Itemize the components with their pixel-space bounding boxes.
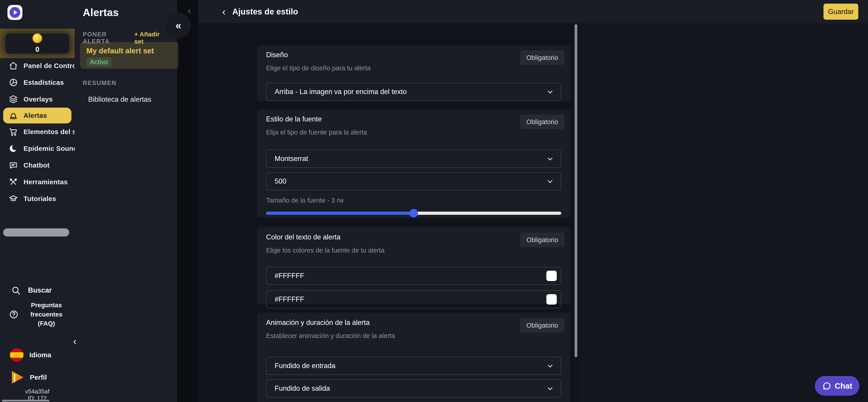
sidebar-item-overlays[interactable]: Overlays <box>0 91 74 107</box>
font-weight-select[interactable]: 500 <box>266 172 561 190</box>
sidebar-scrollbar[interactable] <box>3 228 69 237</box>
sidebar-item-herramientas[interactable]: Herramientas <box>0 174 74 190</box>
alert-set-card[interactable]: My default alert set Activo <box>80 42 179 69</box>
section-title: Diseño <box>266 51 561 59</box>
version-hash: v54a35af <box>0 388 74 395</box>
color-input-1[interactable]: #FFFFFF <box>266 267 561 285</box>
sidebar-item-label: Alertas <box>24 112 47 119</box>
section-description: Elige el tipo de diseño para tu alerta <box>266 64 561 72</box>
sidebar-item-elementos-del-stream[interactable]: Elementos del strea <box>0 123 74 140</box>
topbar-title: Ajustes de estilo <box>232 7 298 17</box>
section-title: Estilo de la fuente <box>266 115 561 123</box>
epidemic-sound-icon <box>8 143 19 154</box>
animation-out-select[interactable]: Fundido de salida <box>266 379 561 398</box>
chatbot-icon <box>8 160 19 171</box>
sidebar-item-label: Herramientas <box>24 178 68 186</box>
font-family-value: Montserrat <box>275 155 308 163</box>
slider-fill <box>266 212 414 215</box>
alert-siren-icon <box>8 110 19 121</box>
coin-balance-box[interactable]: 0 <box>0 29 74 58</box>
chevron-down-icon <box>548 385 553 390</box>
profile-label: Perfil <box>30 373 47 381</box>
back-button[interactable]: ‹ <box>222 6 225 18</box>
sidebar-item-estadisticas[interactable]: Estadísticas <box>0 74 74 91</box>
profile-avatar <box>11 371 24 384</box>
spain-flag-icon <box>10 348 24 362</box>
font-family-select[interactable]: Montserrat <box>266 150 561 168</box>
sidebar-item-chatbot[interactable]: Chatbot <box>0 157 74 174</box>
question-icon <box>8 310 20 319</box>
chevron-down-icon <box>548 156 553 160</box>
sidebar-horizontal-scrollbar[interactable] <box>2 400 49 402</box>
status-badge: Activo <box>86 57 112 67</box>
sidebar-item-panel-de-control[interactable]: Panel de Control <box>0 57 74 74</box>
chat-bubble-icon <box>822 381 832 391</box>
required-badge: Obligatorio <box>520 233 564 247</box>
sidebar-item-faq[interactable]: Preguntas frecuentes (FAQ) <box>8 301 71 328</box>
chevron-down-icon <box>548 178 553 183</box>
chat-label: Chat <box>835 381 852 391</box>
faq-label: Preguntas frecuentes (FAQ) <box>22 301 71 328</box>
content-scrollbar[interactable] <box>575 24 577 357</box>
panel-divider-band: ‹ <box>177 0 198 402</box>
play-triangle-icon <box>14 10 18 15</box>
animation-in-select[interactable]: Fundido de entrada <box>266 357 561 375</box>
sidebar-item-label: Epidemic Sound <box>24 145 74 152</box>
font-size-label: Tamaño de la fuente - 3 rw <box>266 197 561 204</box>
section-description: Establecer animación y duración de la al… <box>266 332 561 340</box>
required-badge: Obligatorio <box>520 51 564 65</box>
design-section: Diseño Obligatorio Elige el tipo de dise… <box>257 45 570 101</box>
graduation-cap-icon <box>8 193 19 204</box>
layout-select-value: Arriba - La imagen va por encima del tex… <box>275 88 407 96</box>
color-swatch[interactable] <box>546 271 557 281</box>
chevron-down-icon <box>548 89 553 93</box>
color-swatch[interactable] <box>546 294 557 305</box>
stats-icon <box>8 77 19 88</box>
chevron-down-icon <box>548 363 553 367</box>
required-badge: Obligatorio <box>520 318 564 333</box>
sidebar-item-tutoriales[interactable]: Tutoriales <box>0 190 74 207</box>
app-logo-icon[interactable] <box>7 5 22 20</box>
animation-in-value: Fundido de entrada <box>275 362 336 370</box>
sidebar-item-epidemic-sound[interactable]: Epidemic Sound <box>0 140 74 157</box>
sidebar-item-label: Panel de Control <box>24 62 74 70</box>
color-value: #FFFFFF <box>275 295 304 303</box>
color-input-2[interactable]: #FFFFFF <box>266 290 561 308</box>
layout-select[interactable]: Arriba - La imagen va por encima del tex… <box>266 83 561 101</box>
sidebar-item-label: Chatbot <box>24 161 50 169</box>
sidebar-item-perfil[interactable]: Perfil <box>11 371 47 384</box>
coin-count: 0 <box>0 45 74 54</box>
sidebar-nav: Panel de Control Estadísticas Overlays A… <box>0 57 74 207</box>
cart-icon <box>8 127 19 137</box>
layers-icon <box>8 94 19 104</box>
tools-icon <box>8 177 19 187</box>
chat-button[interactable]: Chat <box>815 376 860 396</box>
chevron-left-icon[interactable]: ‹ <box>188 5 191 16</box>
save-button[interactable]: Guardar <box>824 4 858 20</box>
sidebar-item-label: Tutoriales <box>24 195 56 203</box>
home-icon <box>8 61 19 71</box>
alert-library-link[interactable]: Biblioteca de alertas <box>88 95 151 103</box>
collapse-alerts-panel-button[interactable]: « <box>166 13 191 38</box>
section-description: Elija el tipo de fuente para la alerta <box>266 129 561 136</box>
search-icon <box>10 285 22 295</box>
collapse-sidebar-button[interactable]: ‹ <box>61 328 88 355</box>
play-logo-circle <box>9 7 20 18</box>
sidebar-item-label: Elementos del strea <box>24 128 74 136</box>
sidebar-item-idioma[interactable]: Idioma <box>10 348 51 362</box>
color-value: #FFFFFF <box>275 272 304 280</box>
coin-icon <box>32 33 42 43</box>
font-weight-value: 500 <box>275 177 286 185</box>
sidebar-item-buscar[interactable]: Buscar <box>10 285 52 295</box>
page-title: Alertas <box>83 6 177 19</box>
slider-thumb[interactable] <box>409 209 418 217</box>
required-badge: Obligatorio <box>520 115 564 129</box>
search-label: Buscar <box>28 286 52 295</box>
alert-set-name: My default alert set <box>86 47 179 55</box>
sidebar-item-label: Estadísticas <box>24 79 64 86</box>
section-title: Color del texto de alerta <box>266 233 561 241</box>
font-size-slider[interactable] <box>266 209 561 217</box>
alerts-panel: Alertas PONER ALERTA + Añadir set My def… <box>74 0 177 402</box>
animation-section: Animación y duración de la alerta Obliga… <box>257 313 570 402</box>
sidebar-item-alertas[interactable]: Alertas <box>3 107 71 123</box>
